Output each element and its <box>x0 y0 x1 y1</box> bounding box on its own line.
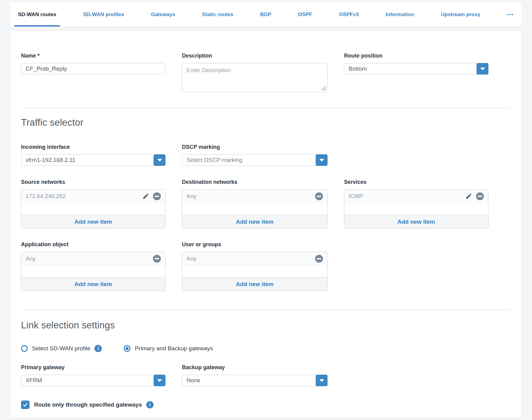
backup-gateway-select[interactable]: None <box>182 375 328 386</box>
dscp-marking-placeholder: Select DSCP marking <box>186 157 242 163</box>
name-label: Name * <box>21 53 165 59</box>
services-list: ICMP Add new item <box>344 189 488 229</box>
route-position-field-group: Route position Bottom <box>344 53 488 75</box>
radio-primary-backup-gateways[interactable]: Primary and Backup gateways <box>124 345 213 352</box>
source-networks-label: Source networks <box>21 179 165 185</box>
primary-gateway-select[interactable]: XFRM <box>21 375 165 386</box>
checkbox-checked-icon[interactable] <box>21 401 30 409</box>
services-field-group: Services ICMP Add new item <box>344 179 488 229</box>
route-position-select[interactable]: Bottom <box>344 63 488 75</box>
list-empty-area <box>344 203 488 215</box>
primary-gateway-label: Primary gateway <box>21 364 165 371</box>
name-field-group: Name * <box>21 53 165 74</box>
source-networks-list: 172.64.240.252 Add new item <box>21 189 165 229</box>
destination-networks-field-group: Destination networks Any Add new item <box>182 179 328 229</box>
incoming-interface-field-group: Incoming interface xfrm1-192.168.2.11 <box>21 144 165 166</box>
primary-gateway-value: XFRM <box>26 377 42 384</box>
tab-sdwan-routes[interactable]: SD-WAN routes <box>14 2 60 26</box>
route-position-value: Bottom <box>349 65 367 72</box>
list-item-text: 172.64.240.252 <box>26 193 142 200</box>
section-divider <box>20 310 511 310</box>
tab-sdwan-profiles[interactable]: SD-WAN profiles <box>80 2 128 26</box>
add-new-item-button[interactable]: Add new item <box>182 277 327 291</box>
dscp-marking-label: DSCP marking <box>182 144 328 150</box>
primary-gateway-field-group: Primary gateway XFRM <box>21 364 165 386</box>
user-or-groups-label: User or groups <box>182 241 328 248</box>
name-input[interactable] <box>21 63 165 74</box>
application-object-list: Any Add new item <box>21 252 165 291</box>
list-item: Any <box>182 252 327 265</box>
tab-static-routes[interactable]: Static routes <box>198 2 237 26</box>
tab-information[interactable]: Information <box>382 2 418 26</box>
tab-bgp[interactable]: BGP <box>257 2 275 26</box>
incoming-interface-label: Incoming interface <box>21 144 165 150</box>
list-empty-area <box>182 203 327 215</box>
tab-bar: SD-WAN routes SD-WAN profiles Gateways S… <box>10 2 522 27</box>
user-or-groups-field-group: User or groups Any Add new item <box>182 241 328 291</box>
remove-icon[interactable] <box>315 255 323 263</box>
chevron-down-icon <box>319 379 324 382</box>
backup-gateway-label: Backup gateway <box>182 364 328 371</box>
add-new-item-button[interactable]: Add new item <box>21 215 165 228</box>
tab-ospfv3[interactable]: OSPFv3 <box>335 2 362 26</box>
add-new-item-button[interactable]: Add new item <box>344 215 488 228</box>
dscp-marking-dropdown-button[interactable] <box>316 154 328 166</box>
route-position-dropdown-button[interactable] <box>477 63 488 75</box>
tab-upstream-proxy[interactable]: Upstream proxy <box>437 2 484 26</box>
chevron-down-icon <box>157 379 162 382</box>
radio-label: Select SD-WAN profile <box>32 345 90 352</box>
more-tabs-icon[interactable]: ••• <box>503 2 517 26</box>
add-new-item-button[interactable]: Add new item <box>182 215 327 228</box>
sdwan-route-form: Name * Description Route position Bottom <box>10 30 522 418</box>
list-item: Any <box>182 190 327 203</box>
incoming-interface-dropdown-button[interactable] <box>154 154 165 166</box>
list-item-text: Any <box>186 193 315 200</box>
info-icon[interactable]: i <box>94 345 102 352</box>
radio-checked-icon[interactable] <box>124 345 130 352</box>
user-or-groups-list: Any Add new item <box>182 252 328 291</box>
route-only-checkbox-label: Route only through specified gateways <box>34 401 142 408</box>
backup-gateway-field-group: Backup gateway None <box>182 364 328 386</box>
description-field-group: Description <box>182 53 328 93</box>
list-empty-area <box>21 265 165 277</box>
backup-gateway-value: None <box>186 377 200 384</box>
application-object-field-group: Application object Any Add new item <box>21 241 165 291</box>
remove-icon[interactable] <box>476 192 484 200</box>
radio-unchecked-icon[interactable] <box>21 345 28 352</box>
description-textarea[interactable] <box>182 63 328 92</box>
incoming-interface-select[interactable]: xfrm1-192.168.2.11 <box>21 154 165 166</box>
tab-gateways[interactable]: Gateways <box>147 2 179 26</box>
list-empty-area <box>21 203 165 215</box>
edit-icon[interactable] <box>142 193 149 200</box>
route-position-label: Route position <box>344 53 488 59</box>
source-networks-field-group: Source networks 172.64.240.252 Add new i… <box>21 179 165 229</box>
list-item-text: Any <box>186 255 315 262</box>
application-object-label: Application object <box>21 241 165 248</box>
section-divider <box>20 108 511 108</box>
remove-icon[interactable] <box>153 192 161 200</box>
primary-gateway-dropdown-button[interactable] <box>154 375 165 386</box>
destination-networks-label: Destination networks <box>182 179 328 185</box>
incoming-interface-value: xfrm1-192.168.2.11 <box>26 157 75 163</box>
chevron-down-icon <box>157 159 162 162</box>
description-label: Description <box>182 53 328 59</box>
link-selection-heading: Link selection settings <box>21 320 511 331</box>
edit-icon[interactable] <box>465 193 472 200</box>
dscp-marking-select[interactable]: Select DSCP marking <box>182 154 328 166</box>
remove-icon[interactable] <box>315 192 323 200</box>
list-empty-area <box>182 265 327 277</box>
services-label: Services <box>344 179 488 185</box>
add-new-item-button[interactable]: Add new item <box>21 277 165 291</box>
chevron-down-icon <box>319 159 324 162</box>
link-selection-radio-group: Select SD-WAN profile i Primary and Back… <box>21 345 511 352</box>
backup-gateway-dropdown-button[interactable] <box>316 375 328 386</box>
info-icon[interactable]: i <box>146 401 154 408</box>
radio-label: Primary and Backup gateways <box>135 345 213 352</box>
list-item: ICMP <box>344 190 488 203</box>
radio-select-sdwan-profile[interactable]: Select SD-WAN profile i <box>21 345 102 352</box>
remove-icon[interactable] <box>153 255 161 263</box>
tab-ospf[interactable]: OSPF <box>294 2 316 26</box>
list-item: Any <box>21 252 165 265</box>
destination-networks-list: Any Add new item <box>182 189 328 229</box>
list-item: 172.64.240.252 <box>21 190 165 203</box>
